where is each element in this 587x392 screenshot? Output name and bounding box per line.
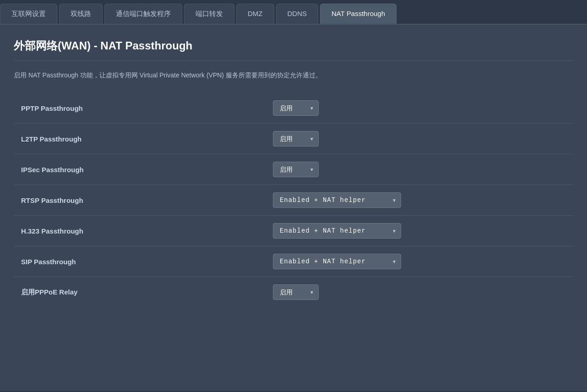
tab-port-trigger[interactable]: 通信端口触发程序 bbox=[104, 4, 182, 24]
table-row: PPTP Passthrough 启用 禁用 bbox=[14, 93, 573, 124]
sip-select[interactable]: Enabled + NAT helper Enabled Disabled bbox=[273, 254, 401, 269]
pppoe-value: 启用 禁用 bbox=[266, 277, 573, 308]
pptp-select-wrapper: 启用 禁用 bbox=[273, 100, 319, 116]
tab-bar: 互联网设置 双线路 通信端口触发程序 端口转发 DMZ DDNS NAT Pas… bbox=[0, 0, 587, 25]
table-row: L2TP Passthrough 启用 禁用 bbox=[14, 124, 573, 154]
rtsp-select[interactable]: Enabled + NAT helper Enabled Disabled bbox=[273, 192, 401, 208]
sip-label: SIP Passthrough bbox=[14, 246, 266, 277]
pptp-label: PPTP Passthrough bbox=[14, 93, 266, 124]
pptp-select[interactable]: 启用 禁用 bbox=[273, 100, 319, 116]
tab-internet[interactable]: 互联网设置 bbox=[0, 4, 57, 24]
table-row: SIP Passthrough Enabled + NAT helper Ena… bbox=[14, 246, 573, 277]
l2tp-label: L2TP Passthrough bbox=[14, 124, 266, 154]
l2tp-select[interactable]: 启用 禁用 bbox=[273, 131, 319, 147]
pptp-value: 启用 禁用 bbox=[266, 93, 573, 124]
h323-select-wrapper: Enabled + NAT helper Enabled Disabled bbox=[273, 223, 401, 239]
h323-select[interactable]: Enabled + NAT helper Enabled Disabled bbox=[273, 223, 401, 239]
rtsp-label: RTSP Passthrough bbox=[14, 185, 266, 216]
tab-port-forward[interactable]: 端口转发 bbox=[184, 4, 234, 24]
l2tp-select-wrapper: 启用 禁用 bbox=[273, 131, 319, 147]
page-description: 启用 NAT Passthrough 功能，让虚拟专用网 Virtual Pri… bbox=[14, 70, 573, 80]
table-row: RTSP Passthrough Enabled + NAT helper En… bbox=[14, 185, 573, 216]
tab-nat-passthrough[interactable]: NAT Passthrough bbox=[320, 4, 397, 24]
h323-value: Enabled + NAT helper Enabled Disabled bbox=[266, 216, 573, 246]
main-content: 外部网络(WAN) - NAT Passthrough 启用 NAT Passt… bbox=[0, 25, 587, 391]
l2tp-value: 启用 禁用 bbox=[266, 124, 573, 154]
pppoe-select[interactable]: 启用 禁用 bbox=[273, 284, 319, 300]
table-row: 启用PPPoE Relay 启用 禁用 bbox=[14, 277, 573, 308]
pppoe-select-wrapper: 启用 禁用 bbox=[273, 284, 319, 300]
rtsp-value: Enabled + NAT helper Enabled Disabled bbox=[266, 185, 573, 216]
settings-table: PPTP Passthrough 启用 禁用 L2TP Passthrough bbox=[14, 93, 573, 307]
page-title: 外部网络(WAN) - NAT Passthrough bbox=[14, 38, 573, 61]
h323-label: H.323 Passthrough bbox=[14, 216, 266, 246]
rtsp-select-wrapper: Enabled + NAT helper Enabled Disabled bbox=[273, 192, 401, 208]
tab-dmz[interactable]: DMZ bbox=[236, 4, 274, 24]
ipsec-select-wrapper: 启用 禁用 bbox=[273, 162, 319, 177]
tab-dual-wan[interactable]: 双线路 bbox=[59, 4, 103, 24]
sip-value: Enabled + NAT helper Enabled Disabled bbox=[266, 246, 573, 277]
pppoe-label: 启用PPPoE Relay bbox=[14, 277, 266, 308]
sip-select-wrapper: Enabled + NAT helper Enabled Disabled bbox=[273, 254, 401, 269]
table-row: H.323 Passthrough Enabled + NAT helper E… bbox=[14, 216, 573, 246]
ipsec-value: 启用 禁用 bbox=[266, 154, 573, 185]
tab-ddns[interactable]: DDNS bbox=[276, 4, 319, 24]
ipsec-label: IPSec Passthrough bbox=[14, 154, 266, 185]
table-row: IPSec Passthrough 启用 禁用 bbox=[14, 154, 573, 185]
ipsec-select[interactable]: 启用 禁用 bbox=[273, 162, 319, 177]
